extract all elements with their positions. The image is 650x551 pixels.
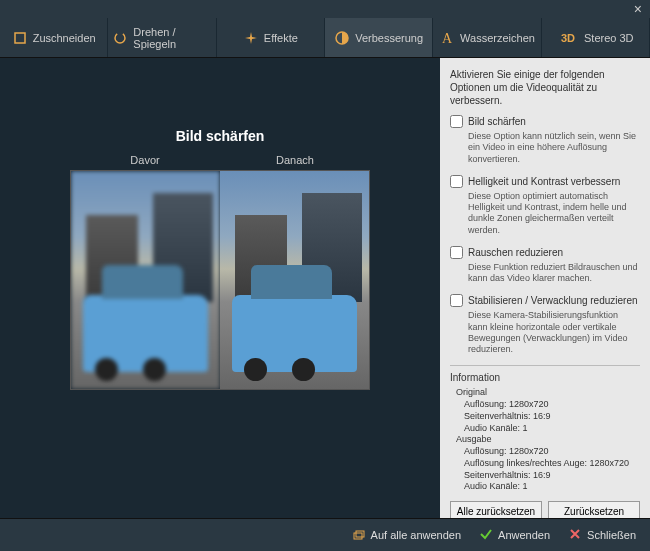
tab-label: Wasserzeichen	[460, 32, 535, 44]
footer: Auf alle anwenden Anwenden Schließen	[0, 518, 650, 551]
sidebar-buttons: Alle zurücksetzen Zurücksetzen	[450, 501, 640, 518]
close-icon[interactable]: ×	[634, 1, 642, 17]
option-label: Rauschen reduzieren	[468, 247, 563, 258]
info-block: Information Original Auflösung: 1280x720…	[450, 365, 640, 493]
info-original-label: Original	[456, 387, 640, 397]
option-label: Helligkeit und Kontrast verbessern	[468, 176, 620, 187]
after-image	[220, 171, 369, 389]
reset-all-button[interactable]: Alle zurücksetzen	[450, 501, 542, 518]
apply-all-button[interactable]: Auf alle anwenden	[352, 527, 462, 543]
option-stabilize-head[interactable]: Stabilisieren / Verwacklung reduzieren	[450, 294, 640, 307]
stack-icon	[352, 527, 366, 543]
svg-point-1	[115, 33, 125, 43]
tab-bar: Zuschneiden Drehen / Spiegeln Effekte Ve…	[0, 18, 650, 58]
info-line: Auflösung linkes/rechtes Auge: 1280x720	[464, 458, 640, 470]
tab-label: Drehen / Spiegeln	[133, 26, 211, 50]
preview-title: Bild schärfen	[176, 128, 265, 144]
compare-view	[70, 170, 370, 390]
letter-a-icon: A	[439, 30, 455, 46]
tab-label: Zuschneiden	[33, 32, 96, 44]
three-d-icon: 3D	[557, 30, 579, 46]
option-label: Stabilisieren / Verwacklung reduzieren	[468, 295, 638, 306]
after-label: Danach	[220, 154, 370, 166]
titlebar: ×	[0, 0, 650, 18]
sharpen-checkbox[interactable]	[450, 115, 463, 128]
info-title: Information	[450, 372, 640, 383]
tab-stereo3d[interactable]: 3D Stereo 3D	[542, 18, 650, 57]
tab-enhance[interactable]: Verbesserung	[325, 18, 433, 57]
svg-text:3D: 3D	[561, 32, 575, 44]
x-icon	[568, 527, 582, 543]
info-line: Seitenverhältnis: 16:9	[464, 470, 640, 482]
before-label: Davor	[70, 154, 220, 166]
brightness-checkbox[interactable]	[450, 175, 463, 188]
info-output-label: Ausgabe	[456, 434, 640, 444]
svg-rect-5	[354, 533, 362, 539]
option-noise-head[interactable]: Rauschen reduzieren	[450, 246, 640, 259]
option-label: Bild schärfen	[468, 116, 526, 127]
options-sidebar: Aktivieren Sie einige der folgenden Opti…	[440, 58, 650, 518]
tab-effects[interactable]: Effekte	[217, 18, 325, 57]
crop-icon	[12, 30, 28, 46]
stabilize-checkbox[interactable]	[450, 294, 463, 307]
close-button[interactable]: Schließen	[568, 527, 636, 543]
apply-button[interactable]: Anwenden	[479, 527, 550, 543]
info-line: Auflösung: 1280x720	[464, 399, 640, 411]
info-line: Audio Kanäle: 1	[464, 423, 640, 435]
tab-watermark[interactable]: A Wasserzeichen	[433, 18, 541, 57]
option-desc: Diese Kamera-Stabilisierungsfunktion kan…	[468, 310, 640, 355]
reset-button[interactable]: Zurücksetzen	[548, 501, 640, 518]
info-line: Auflösung: 1280x720	[464, 446, 640, 458]
option-desc: Diese Option optimiert automatisch Helli…	[468, 191, 640, 236]
button-label: Anwenden	[498, 529, 550, 541]
main-area: Bild schärfen Davor Danach Aktivieren Si…	[0, 58, 650, 518]
option-stabilize: Stabilisieren / Verwacklung reduzieren D…	[450, 294, 640, 355]
tab-label: Effekte	[264, 32, 298, 44]
info-line: Audio Kanäle: 1	[464, 481, 640, 493]
tab-rotate[interactable]: Drehen / Spiegeln	[108, 18, 216, 57]
info-line: Seitenverhältnis: 16:9	[464, 411, 640, 423]
sparkle-icon	[243, 30, 259, 46]
before-image	[71, 171, 220, 389]
option-desc: Diese Option kann nützlich sein, wenn Si…	[468, 131, 640, 165]
button-label: Auf alle anwenden	[371, 529, 462, 541]
button-label: Schließen	[587, 529, 636, 541]
rotate-icon	[112, 30, 128, 46]
tab-crop[interactable]: Zuschneiden	[0, 18, 108, 57]
tab-label: Verbesserung	[355, 32, 423, 44]
option-sharpen-head[interactable]: Bild schärfen	[450, 115, 640, 128]
noise-checkbox[interactable]	[450, 246, 463, 259]
option-brightness: Helligkeit und Kontrast verbessern Diese…	[450, 175, 640, 236]
contrast-icon	[334, 30, 350, 46]
svg-text:A: A	[442, 31, 453, 46]
preview-panel: Bild schärfen Davor Danach	[0, 58, 440, 518]
tab-label: Stereo 3D	[584, 32, 634, 44]
check-icon	[479, 527, 493, 543]
intro-text: Aktivieren Sie einige der folgenden Opti…	[450, 68, 640, 107]
svg-rect-0	[15, 33, 25, 43]
compare-labels: Davor Danach	[70, 154, 370, 166]
option-brightness-head[interactable]: Helligkeit und Kontrast verbessern	[450, 175, 640, 188]
option-noise: Rauschen reduzieren Diese Funktion reduz…	[450, 246, 640, 285]
option-desc: Diese Funktion reduziert Bildrauschen un…	[468, 262, 640, 285]
svg-rect-6	[356, 531, 364, 537]
option-sharpen: Bild schärfen Diese Option kann nützlich…	[450, 115, 640, 165]
